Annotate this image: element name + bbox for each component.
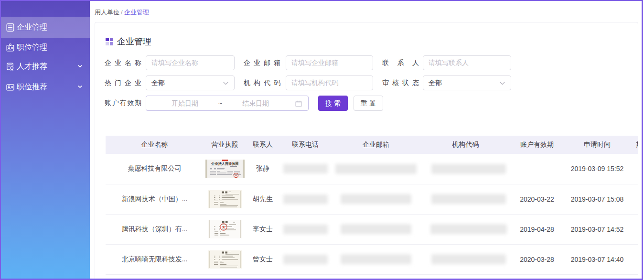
svg-text:企业法人营业执照: 企业法人营业执照 [211, 161, 239, 165]
